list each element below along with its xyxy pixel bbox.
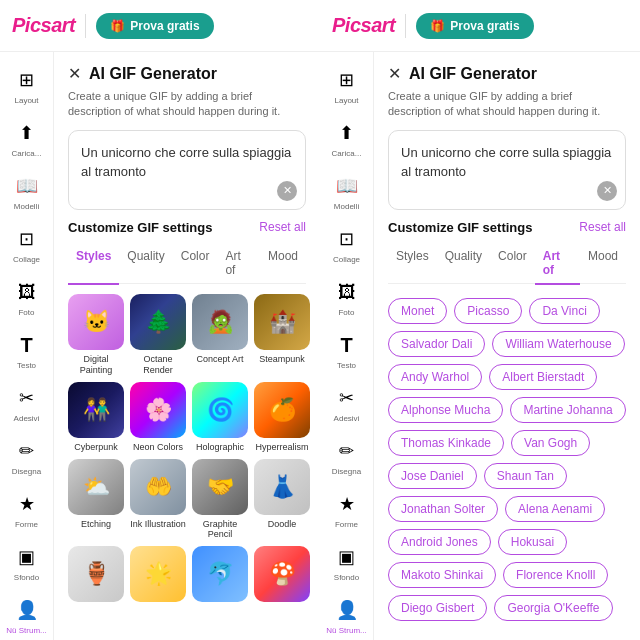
chip-kinkade[interactable]: Thomas Kinkade	[388, 430, 504, 456]
style-grid-1: 🐱 Digital Painting 🌲 Octane Render 🧟 Con…	[68, 294, 306, 606]
sidebar-item-layout-1[interactable]: ⊞ Layout	[0, 60, 53, 111]
chip-solter[interactable]: Jonathan Solter	[388, 496, 498, 522]
style-more3-1[interactable]: 🐬	[192, 546, 248, 606]
tab-quality-2[interactable]: Quality	[437, 243, 490, 285]
chip-johanna[interactable]: Martine Johanna	[510, 397, 625, 423]
sfondo-icon-1: ▣	[13, 543, 41, 571]
tab-quality-1[interactable]: Quality	[119, 243, 172, 285]
chip-mucha[interactable]: Alphonse Mucha	[388, 397, 503, 423]
sidebar-item-collage-1[interactable]: ⊡ Collage	[0, 219, 53, 270]
sidebar-item-strum-1[interactable]: 👤 Nü Strum...	[0, 590, 53, 640]
style-digital-1[interactable]: 🐱 Digital Painting	[68, 294, 124, 376]
tab-mood-2[interactable]: Mood	[580, 243, 626, 285]
gif-title-2: AI GIF Generator	[409, 65, 537, 83]
style-octane-1[interactable]: 🌲 Octane Render	[130, 294, 186, 376]
sidebar-item-forme-2[interactable]: ★ Forme	[320, 484, 373, 535]
style-hyperrealism-1[interactable]: 🍊 Hyperrealism	[254, 382, 310, 453]
style-cyberpunk-1[interactable]: 👫 Cyberpunk	[68, 382, 124, 453]
gif-title-row-1: ✕ AI GIF Generator	[68, 64, 306, 83]
sidebar-item-testo-1[interactable]: T Testo	[0, 325, 53, 376]
style-label-steampunk-1: Steampunk	[259, 354, 305, 365]
style-neon-1[interactable]: 🌸 Neon Colors	[130, 382, 186, 453]
style-more4-1[interactable]: 🍄	[254, 546, 310, 606]
sidebar-item-testo-2[interactable]: T Testo	[320, 325, 373, 376]
chip-okeeffe[interactable]: Georgia O'Keeffe	[494, 595, 612, 621]
sidebar-item-adesivi-1[interactable]: ✂ Adesivi	[0, 378, 53, 429]
tab-styles-1[interactable]: Styles	[68, 243, 119, 285]
chip-daniel[interactable]: Jose Daniel	[388, 463, 477, 489]
prova-button-1[interactable]: Prova gratis	[96, 13, 213, 39]
sidebar-item-adesivi-2[interactable]: ✂ Adesivi	[320, 378, 373, 429]
chip-warhol[interactable]: Andy Warhol	[388, 364, 482, 390]
sidebar-label-collage-1: Collage	[13, 255, 40, 264]
adesivi-icon-2: ✂	[333, 384, 361, 412]
clear-button-2[interactable]: ✕	[597, 181, 617, 201]
style-more1-1[interactable]: 🏺	[68, 546, 124, 606]
tab-color-1[interactable]: Color	[173, 243, 218, 285]
chip-hokusai[interactable]: Hokusai	[498, 529, 567, 555]
sidebar-item-carica-1[interactable]: ⬆ Carica...	[0, 113, 53, 164]
style-graphite-1[interactable]: 🤝 Graphite Pencil	[192, 459, 248, 541]
style-concept-1[interactable]: 🧟 Concept Art	[192, 294, 248, 376]
sidebar-item-foto-1[interactable]: 🖼 Foto	[0, 272, 53, 323]
sidebar-item-modelli-1[interactable]: 📖 Modelli	[0, 166, 53, 217]
sidebar-item-sfondo-1[interactable]: ▣ Sfondo	[0, 537, 53, 588]
sidebar-1: ⊞ Layout ⬆ Carica... 📖 Modelli ⊡ Collage…	[0, 0, 54, 640]
prova-button-2[interactable]: Prova gratis	[416, 13, 533, 39]
text-area-2[interactable]: Un unicorno che corre sulla spiaggia al …	[388, 130, 626, 210]
chip-monet[interactable]: Monet	[388, 298, 447, 324]
sidebar-item-foto-2[interactable]: 🖼 Foto	[320, 272, 373, 323]
chip-androidjones[interactable]: Android Jones	[388, 529, 491, 555]
reset-all-1[interactable]: Reset all	[259, 220, 306, 234]
sidebar-item-strum-2[interactable]: 👤 Nü Strum...	[320, 590, 373, 640]
style-img-doodle-1: 👗	[254, 459, 310, 515]
sidebar-item-layout-2[interactable]: ⊞ Layout	[320, 60, 373, 111]
chip-davinci[interactable]: Da Vinci	[529, 298, 599, 324]
sidebar-item-forme-1[interactable]: ★ Forme	[0, 484, 53, 535]
sidebar-item-disegna-1[interactable]: ✏ Disegna	[0, 431, 53, 482]
forme-icon-1: ★	[13, 490, 41, 518]
chip-shinkai[interactable]: Makoto Shinkai	[388, 562, 496, 588]
tab-styles-2[interactable]: Styles	[388, 243, 437, 285]
tab-mood-1[interactable]: Mood	[260, 243, 306, 285]
tab-artof-1[interactable]: Art of	[217, 243, 260, 285]
strum-icon-1: 👤	[13, 596, 41, 624]
chip-shauntan[interactable]: Shaun Tan	[484, 463, 567, 489]
chip-bierstadt[interactable]: Albert Bierstadt	[489, 364, 597, 390]
chip-dali[interactable]: Salvador Dali	[388, 331, 485, 357]
style-doodle-1[interactable]: 👗 Doodle	[254, 459, 310, 541]
sidebar-item-sfondo-2[interactable]: ▣ Sfondo	[320, 537, 373, 588]
text-area-1[interactable]: Un unicorno che corre sulla spiaggia al …	[68, 130, 306, 210]
text-content-2: Un unicorno che corre sulla spiaggia al …	[401, 143, 613, 182]
upload-icon-2: ⬆	[333, 119, 361, 147]
sidebar-item-disegna-2[interactable]: ✏ Disegna	[320, 431, 373, 482]
style-img-more1-1: 🏺	[68, 546, 124, 602]
testo-icon-2: T	[333, 331, 361, 359]
tab-artof-2[interactable]: Art of	[535, 243, 580, 285]
close-button-1[interactable]: ✕	[68, 64, 81, 83]
gif-title-1: AI GIF Generator	[89, 65, 217, 83]
clear-button-1[interactable]: ✕	[277, 181, 297, 201]
sidebar-label-disegna-1: Disegna	[12, 467, 41, 476]
style-steampunk-1[interactable]: 🏰 Steampunk	[254, 294, 310, 376]
style-holographic-1[interactable]: 🌀 Holographic	[192, 382, 248, 453]
chip-knoll[interactable]: Florence Knolll	[503, 562, 608, 588]
chip-waterhouse[interactable]: William Waterhouse	[492, 331, 624, 357]
sidebar-item-carica-2[interactable]: ⬆ Carica...	[320, 113, 373, 164]
tab-color-2[interactable]: Color	[490, 243, 535, 285]
reset-all-2[interactable]: Reset all	[579, 220, 626, 234]
style-etching-1[interactable]: ⛅ Etching	[68, 459, 124, 541]
sidebar-item-modelli-2[interactable]: 📖 Modelli	[320, 166, 373, 217]
testo-icon-1: T	[13, 331, 41, 359]
sidebar-label-forme-2: Forme	[335, 520, 358, 529]
style-label-ink-1: Ink Illustration	[130, 519, 186, 530]
style-ink-1[interactable]: 🤲 Ink Illustration	[130, 459, 186, 541]
chip-vangogh[interactable]: Van Gogh	[511, 430, 590, 456]
style-more2-1[interactable]: 🌟	[130, 546, 186, 606]
chip-aenami[interactable]: Alena Aenami	[505, 496, 605, 522]
chip-picasso[interactable]: Picasso	[454, 298, 522, 324]
sidebar-label-modelli-2: Modelli	[334, 202, 359, 211]
chip-gisbert[interactable]: Diego Gisbert	[388, 595, 487, 621]
close-button-2[interactable]: ✕	[388, 64, 401, 83]
sidebar-item-collage-2[interactable]: ⊡ Collage	[320, 219, 373, 270]
